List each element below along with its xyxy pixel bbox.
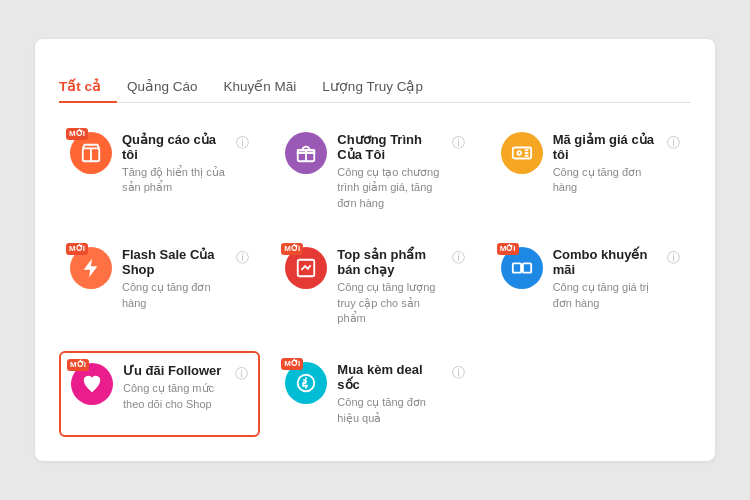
info-icon-ma-giam-gia[interactable]: ⓘ [667,134,680,152]
tool-card-mua-kem[interactable]: MỚI Mua kèm deal sốc Công cụ tăng đơn hi… [274,351,475,437]
tool-icon-top-san-pham: MỚI [285,247,327,289]
new-badge: MỚI [66,243,88,255]
card-desc-top-san-pham: Công cụ tăng lượng truy cập cho sản phẩm [337,280,441,326]
tool-card-combo[interactable]: MỚI Combo khuyến mãi Công cụ tăng giá tr… [490,236,691,337]
tool-icon-combo: MỚI [501,247,543,289]
info-icon-top-san-pham[interactable]: ⓘ [452,249,465,267]
card-title-chuong-trinh: Chương Trình Của Tôi [337,132,441,162]
card-desc-mua-kem: Công cụ tăng đơn hiệu quả [337,395,441,426]
card-title-flash-sale: Flash Sale Của Shop [122,247,226,277]
card-desc-flash-sale: Công cụ tăng đơn hàng [122,280,226,311]
new-badge: MỚI [67,359,89,371]
info-icon-combo[interactable]: ⓘ [667,249,680,267]
card-desc-combo: Công cụ tăng giá trị đơn hàng [553,280,657,311]
tools-grid: MỚI Quảng cáo của tôi Tăng độ hiển thị c… [59,121,691,437]
info-icon-flash-sale[interactable]: ⓘ [236,249,249,267]
tab-ads[interactable]: Quảng Cáo [127,71,214,103]
card-desc-uu-dai-follower: Công cụ tăng mức theo dõi cho Shop [123,381,225,412]
new-badge: MỚI [497,243,519,255]
tool-icon-mua-kem: MỚI [285,362,327,404]
tool-icon-uu-dai-follower: MỚI [71,363,113,405]
marketing-tools-panel: Tất cả Quảng Cáo Khuyến Mãi Lượng Truy C… [35,39,715,461]
tool-card-ma-giam-gia[interactable]: Mã giảm giá của tôi Công cụ tăng đơn hàn… [490,121,691,222]
card-title-quang-cao: Quảng cáo của tôi [122,132,226,162]
tool-icon-flash-sale: MỚI [70,247,112,289]
tool-card-top-san-pham[interactable]: MỚI Top sản phẩm bán chạy Công cụ tăng l… [274,236,475,337]
info-icon-mua-kem[interactable]: ⓘ [452,364,465,382]
card-title-combo: Combo khuyến mãi [553,247,657,277]
card-desc-quang-cao: Tăng độ hiển thị của sản phẩm [122,165,226,196]
info-icon-quang-cao[interactable]: ⓘ [236,134,249,152]
card-desc-ma-giam-gia: Công cụ tăng đơn hàng [553,165,657,196]
tool-icon-quang-cao: MỚI [70,132,112,174]
svg-rect-11 [523,264,531,273]
tool-icon-ma-giam-gia [501,132,543,174]
card-desc-chuong-trinh: Công cụ tạo chương trình giảm giá, tăng … [337,165,441,211]
new-badge: MỚI [281,243,303,255]
tool-card-chuong-trinh[interactable]: Chương Trình Của Tôi Công cụ tạo chương … [274,121,475,222]
tool-card-flash-sale[interactable]: MỚI Flash Sale Của Shop Công cụ tăng đơn… [59,236,260,337]
card-title-mua-kem: Mua kèm deal sốc [337,362,441,392]
card-title-uu-dai-follower: Ưu đãi Follower [123,363,225,378]
new-badge: MỚI [281,358,303,370]
tab-promotions[interactable]: Khuyến Mãi [224,71,313,103]
svg-rect-10 [512,264,520,273]
tab-traffic[interactable]: Lượng Truy Cập [322,71,439,103]
tab-all[interactable]: Tất cả [59,71,117,103]
new-badge: MỚI [66,128,88,140]
tool-icon-chuong-trinh [285,132,327,174]
card-title-top-san-pham: Top sản phẩm bán chạy [337,247,441,277]
tool-card-quang-cao[interactable]: MỚI Quảng cáo của tôi Tăng độ hiển thị c… [59,121,260,222]
info-icon-chuong-trinh[interactable]: ⓘ [452,134,465,152]
tool-card-uu-dai-follower[interactable]: MỚI Ưu đãi Follower Công cụ tăng mức the… [59,351,260,437]
tab-bar: Tất cả Quảng Cáo Khuyến Mãi Lượng Truy C… [59,71,691,103]
info-icon-uu-dai-follower[interactable]: ⓘ [235,365,248,383]
card-title-ma-giam-gia: Mã giảm giá của tôi [553,132,657,162]
svg-point-5 [517,151,521,155]
